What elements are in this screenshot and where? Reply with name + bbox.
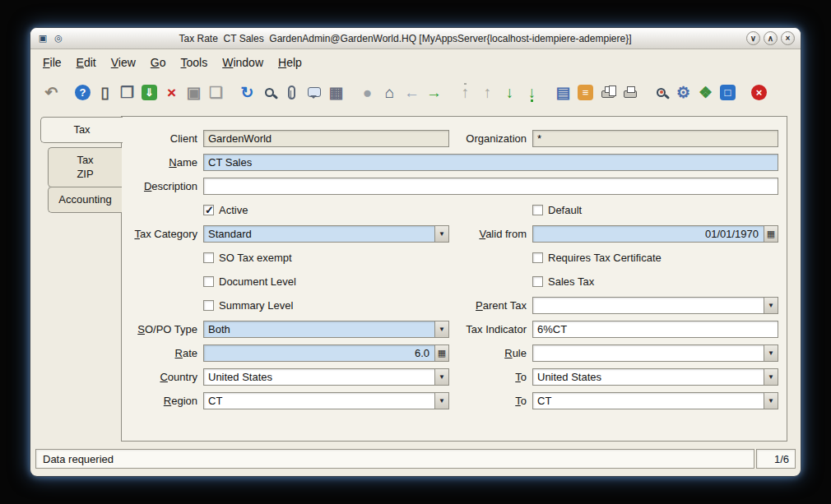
- rule-dropdown-button[interactable]: ▼: [764, 345, 778, 361]
- summary-level-checkbox[interactable]: [203, 300, 214, 311]
- archive-icon[interactable]: ≡: [574, 81, 597, 104]
- product-info-icon[interactable]: □: [717, 81, 739, 104]
- report-icon[interactable]: ▤: [552, 81, 574, 104]
- chevron-down-icon: ▼: [439, 374, 445, 381]
- description-field[interactable]: [203, 178, 778, 195]
- rate-field[interactable]: 6.0 ▦: [203, 344, 449, 362]
- country-field[interactable]: United States ▼: [203, 368, 449, 386]
- attachment-icon[interactable]: [281, 81, 303, 104]
- valid-from-field[interactable]: 01/01/1970 ▦: [532, 225, 778, 243]
- tab-accounting[interactable]: Accounting: [48, 187, 122, 213]
- to-country-field[interactable]: United States ▼: [532, 368, 778, 386]
- menu-help[interactable]: Help: [271, 53, 309, 72]
- summary-level-label: Summary Level: [219, 299, 293, 312]
- menu-go[interactable]: Go: [143, 53, 174, 72]
- pin-icon[interactable]: ◎: [52, 32, 65, 45]
- rate-label: Rate: [123, 347, 203, 359]
- name-field[interactable]: CT Sales: [203, 154, 778, 171]
- active-checkbox[interactable]: [203, 205, 214, 215]
- country-label: Country: [123, 371, 203, 383]
- workflow-activities-icon[interactable]: ❖: [694, 81, 717, 104]
- chat-icon[interactable]: [303, 81, 325, 104]
- requires-tax-certificate-checkbox[interactable]: [532, 252, 543, 263]
- tab-tax[interactable]: Tax: [40, 117, 123, 143]
- menu-window[interactable]: Window: [215, 53, 271, 72]
- minimize-button[interactable]: ∨: [746, 31, 760, 45]
- first-record-icon[interactable]: ↑: [454, 81, 476, 104]
- parent-tax-dropdown-button[interactable]: ▼: [764, 298, 778, 313]
- menubar: FileEditViewGoToolsWindowHelp: [30, 49, 801, 76]
- undo-icon[interactable]: ↶: [40, 81, 63, 104]
- end-window-icon[interactable]: ×: [748, 81, 770, 104]
- to-region-dropdown-button[interactable]: ▼: [764, 393, 778, 409]
- menu-view[interactable]: View: [104, 53, 143, 72]
- document-level-checkbox[interactable]: [203, 276, 214, 287]
- workflow-icon[interactable]: ⚙: [672, 81, 694, 104]
- chevron-down-icon: ▼: [439, 326, 445, 333]
- parent-record-icon[interactable]: ←: [401, 81, 423, 104]
- sopo-type-label: SO/PO Type: [123, 323, 203, 335]
- chevron-down-icon: ▼: [768, 398, 774, 405]
- grid-toggle-icon[interactable]: ▦: [325, 81, 347, 104]
- region-dropdown-button[interactable]: ▼: [434, 393, 448, 409]
- menu-tools[interactable]: Tools: [174, 53, 216, 72]
- tax-category-field[interactable]: Standard ▼: [203, 225, 449, 243]
- detail-record-icon[interactable]: →: [423, 81, 445, 104]
- close-button[interactable]: ×: [781, 31, 795, 45]
- sales-tax-checkbox[interactable]: [532, 276, 543, 287]
- window-title: Tax Rate CT Sales GardenAdmin@GardenWorl…: [67, 33, 743, 44]
- lock-icon[interactable]: ●: [356, 81, 378, 104]
- export-icon[interactable]: ⇓: [138, 81, 160, 104]
- save-create-icon[interactable]: ❏: [205, 81, 227, 104]
- requires-tax-certificate-label: Requires Tax Certificate: [548, 252, 662, 264]
- save-icon[interactable]: ▣: [183, 81, 205, 104]
- app-window: ▣ ◎ Tax Rate CT Sales GardenAdmin@Garden…: [30, 27, 801, 477]
- find-icon[interactable]: [258, 81, 281, 104]
- parent-tax-field[interactable]: ▼: [532, 297, 778, 314]
- refresh-icon[interactable]: ↻: [236, 81, 258, 104]
- next-record-icon[interactable]: ↓: [499, 81, 521, 104]
- zoom-across-icon[interactable]: [650, 81, 672, 104]
- tax-indicator-field[interactable]: 6%CT: [532, 321, 778, 338]
- chevron-down-icon: ∨: [750, 35, 756, 43]
- menu-edit[interactable]: Edit: [69, 53, 104, 72]
- toolbar: ↶?▯❐⇓×▣❏↻▦●⌂←→↑↑↓↓▤≡⚙❖□×: [30, 76, 801, 109]
- tax-category-dropdown-button[interactable]: ▼: [434, 226, 448, 242]
- client-label: Client: [123, 132, 203, 145]
- to-country-dropdown-button[interactable]: ▼: [764, 369, 778, 385]
- maximize-button[interactable]: ∧: [764, 31, 778, 45]
- rule-field[interactable]: ▼: [532, 344, 778, 362]
- calculator-button[interactable]: ▦: [434, 345, 448, 361]
- country-dropdown-button[interactable]: ▼: [434, 369, 448, 385]
- parent-tax-label: Parent Tax: [453, 299, 532, 312]
- chevron-down-icon: ▼: [768, 350, 774, 357]
- calendar-button[interactable]: ▦: [764, 226, 778, 242]
- window-menu-icon[interactable]: ▣: [36, 32, 49, 45]
- delete-record-icon[interactable]: ×: [160, 81, 183, 104]
- close-icon: ×: [786, 35, 791, 43]
- tab-tax-zip[interactable]: Tax ZIP: [48, 147, 122, 187]
- menu-file[interactable]: File: [35, 53, 69, 72]
- sopo-type-dropdown-button[interactable]: ▼: [434, 321, 448, 337]
- to-region-field[interactable]: CT ▼: [532, 392, 778, 409]
- default-checkbox[interactable]: [532, 205, 543, 215]
- new-record-icon[interactable]: ▯: [94, 81, 116, 104]
- so-tax-exempt-checkbox[interactable]: [203, 252, 214, 263]
- copy-record-icon[interactable]: ❐: [116, 81, 138, 104]
- organization-field: *: [532, 130, 778, 147]
- titlebar[interactable]: ▣ ◎ Tax Rate CT Sales GardenAdmin@Garden…: [30, 28, 801, 49]
- tax-form: Client GardenWorld Organization * Name C…: [122, 117, 787, 413]
- previous-record-icon[interactable]: ↑: [476, 81, 499, 104]
- home-icon[interactable]: ⌂: [378, 81, 401, 104]
- print-icon[interactable]: [619, 81, 641, 104]
- print-preview-icon[interactable]: [597, 81, 619, 104]
- help-icon[interactable]: ?: [72, 81, 94, 104]
- to-country-label: To: [453, 371, 532, 383]
- so-tax-exempt-label: SO Tax exempt: [219, 252, 292, 264]
- last-record-icon[interactable]: ↓: [521, 81, 543, 104]
- region-field[interactable]: CT ▼: [203, 392, 449, 409]
- name-label: Name: [123, 156, 203, 169]
- screen: ▣ ◎ Tax Rate CT Sales GardenAdmin@Garden…: [0, 0, 831, 504]
- sopo-type-field[interactable]: Both ▼: [203, 321, 449, 338]
- tax-category-label: Tax Category: [123, 228, 203, 240]
